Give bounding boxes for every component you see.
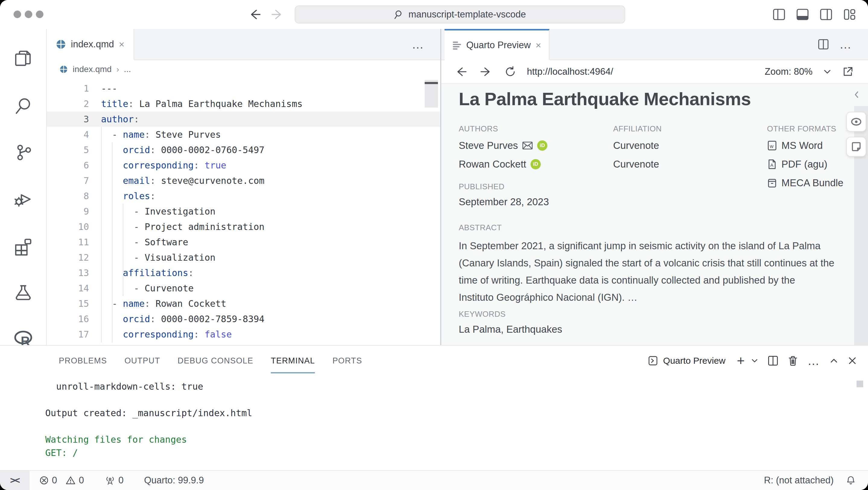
code-line[interactable]: 1---: [47, 81, 440, 96]
breadcrumb-more[interactable]: ...: [124, 64, 131, 74]
code-line[interactable]: 17 corresponding: false: [47, 327, 440, 342]
window-zoom-button[interactable]: [36, 10, 43, 18]
r-status[interactable]: R: (not attached): [764, 475, 834, 486]
code-line[interactable]: 15 - name: Rowan Cockett: [47, 296, 440, 311]
code-line[interactable]: 5 orcid: 0000-0002-0760-5497: [47, 142, 440, 158]
code-line[interactable]: 3author:: [47, 111, 440, 127]
preview-reload-icon[interactable]: [504, 66, 516, 77]
format-label: PDF (agu): [781, 159, 827, 170]
tab-close-icon[interactable]: ×: [119, 39, 125, 49]
window-close-button[interactable]: [13, 10, 21, 18]
format-link-meca[interactable]: MECA Bundle: [767, 176, 843, 190]
editor-group: index.qmd × … index.qmd › ... 1---2title…: [47, 29, 440, 345]
abstract-label: ABSTRACT: [459, 223, 834, 232]
customize-layout-icon[interactable]: [843, 8, 856, 21]
preview-zoom-label[interactable]: Zoom: 80%: [765, 66, 812, 77]
tab-label: index.qmd: [71, 39, 114, 50]
code-line[interactable]: 2title: La Palma Earthquake Mechanisms: [47, 96, 440, 111]
terminal-selector[interactable]: Quarto Preview: [648, 355, 726, 366]
line-number: 6: [47, 158, 89, 173]
close-panel-icon[interactable]: [847, 356, 857, 365]
collapse-panel-chevron-icon[interactable]: [847, 86, 866, 103]
terminal-dropdown-chevron-icon[interactable]: [751, 357, 758, 365]
line-number: 17: [47, 327, 89, 342]
panel-more-actions-icon[interactable]: …: [807, 358, 820, 363]
author-name: Steve Purves: [459, 140, 518, 151]
keywords-value: La Palma, Earthquakes: [459, 324, 562, 335]
toggle-panel-icon[interactable]: [796, 8, 809, 21]
tab-close-icon[interactable]: ×: [536, 40, 541, 50]
code-line[interactable]: 7 email: steve@curvenote.com: [47, 173, 440, 188]
orcid-icon[interactable]: iD: [530, 159, 541, 169]
panel-tab-debug-console[interactable]: DEBUG CONSOLE: [178, 346, 253, 376]
code-line[interactable]: 13 affiliations:: [47, 265, 440, 281]
remote-indicator[interactable]: ><: [0, 471, 30, 490]
code-line[interactable]: 16 orcid: 0000-0002-7859-8394: [47, 311, 440, 327]
command-center-search[interactable]: manuscript-template-vscode: [294, 5, 625, 24]
maximize-panel-chevron-icon[interactable]: [829, 356, 838, 365]
preview-visibility-button[interactable]: [846, 112, 866, 132]
terminal-output[interactable]: unroll-markdown-cells: true Output creat…: [0, 376, 868, 470]
preview-list-icon: [453, 40, 461, 50]
terminal-scrollbar[interactable]: [857, 381, 863, 387]
orcid-icon[interactable]: iD: [537, 140, 548, 151]
extensions-icon[interactable]: [0, 229, 46, 265]
preview-url[interactable]: http://localhost:4964/: [527, 66, 613, 77]
breadcrumb-file[interactable]: index.qmd: [73, 64, 112, 74]
code-line[interactable]: 14 - Curvenote: [47, 281, 440, 296]
code-line[interactable]: 8 roles:: [47, 188, 440, 204]
code-line[interactable]: 11 - Software: [47, 234, 440, 250]
preview-note-button[interactable]: [846, 137, 866, 157]
format-link-ms-word[interactable]: wMS Word: [767, 139, 843, 152]
panel-tab-ports[interactable]: PORTS: [332, 346, 362, 376]
source-control-icon[interactable]: [0, 134, 46, 170]
zoom-chevron-down-icon[interactable]: [823, 67, 832, 76]
split-terminal-icon[interactable]: [768, 355, 778, 366]
history-back-icon[interactable]: [248, 8, 261, 21]
code-line[interactable]: 10 - Project administration: [47, 219, 440, 234]
quarto-version-status[interactable]: Quarto: 99.9.9: [144, 475, 204, 486]
affiliation-row: Curvenote: [613, 158, 662, 171]
line-number: 10: [47, 219, 89, 234]
tab-quarto-preview[interactable]: Quarto Preview ×: [444, 29, 550, 60]
notifications-bell-icon[interactable]: [846, 475, 856, 486]
kill-terminal-trash-icon[interactable]: [787, 355, 798, 366]
code-editor[interactable]: 1---2title: La Palma Earthquake Mechanis…: [47, 78, 440, 345]
open-external-icon[interactable]: [842, 66, 854, 77]
line-number: 12: [47, 250, 89, 265]
document-title: La Palma Earthquake Mechanisms: [459, 89, 751, 109]
tab-index-qmd[interactable]: index.qmd ×: [47, 29, 134, 60]
ports-status[interactable]: 0: [105, 475, 124, 486]
explorer-icon[interactable]: [0, 41, 46, 77]
preview-forward-icon[interactable]: [480, 66, 492, 77]
code-line[interactable]: 12 - Visualization: [47, 250, 440, 265]
code-line[interactable]: 4 - name: Steve Purves: [47, 127, 440, 142]
breadcrumb[interactable]: index.qmd › ...: [47, 60, 440, 78]
terminal-line: [45, 420, 868, 433]
toggle-primary-sidebar-icon[interactable]: [773, 8, 785, 21]
terminal-selector-label: Quarto Preview: [663, 356, 726, 366]
email-icon[interactable]: [522, 141, 533, 150]
breadcrumb-chevron-icon: ›: [116, 65, 119, 74]
run-debug-icon[interactable]: [0, 181, 46, 217]
toggle-secondary-sidebar-icon[interactable]: [820, 8, 832, 21]
problems-status[interactable]: 0 0: [39, 475, 84, 486]
editor-more-actions-icon[interactable]: …: [412, 42, 425, 47]
history-forward-icon[interactable]: [271, 8, 284, 21]
search-sidebar-icon[interactable]: [0, 88, 46, 124]
panel-tab-problems[interactable]: PROBLEMS: [59, 346, 107, 376]
preview-more-actions-icon[interactable]: …: [839, 42, 852, 47]
code-line[interactable]: 9 - Investigation: [47, 204, 440, 219]
window-minimize-button[interactable]: [25, 10, 32, 18]
split-editor-icon[interactable]: [818, 39, 829, 50]
format-label: MS Word: [781, 140, 823, 151]
other-formats-label: OTHER FORMATS: [767, 124, 843, 133]
new-terminal-plus-icon[interactable]: +: [737, 355, 745, 366]
testing-flask-icon[interactable]: [0, 274, 46, 311]
panel-tab-output[interactable]: OUTPUT: [125, 346, 160, 376]
code-line[interactable]: 6 corresponding: true: [47, 158, 440, 173]
editor-scroll-marker: [425, 82, 438, 84]
format-link-pdf[interactable]: APDF (agu): [767, 158, 843, 171]
preview-back-icon[interactable]: [455, 66, 467, 77]
panel-tab-terminal[interactable]: TERMINAL: [271, 346, 315, 376]
